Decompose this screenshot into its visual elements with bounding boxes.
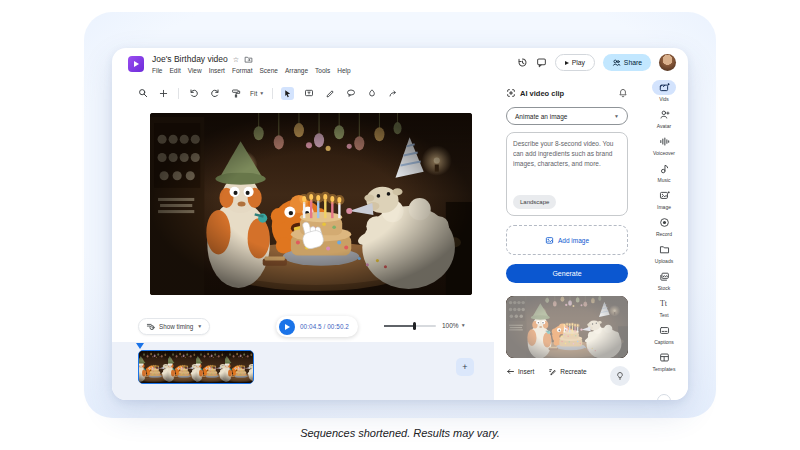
share-button[interactable]: Share [603, 54, 651, 71]
hand-cursor [295, 217, 331, 253]
timecode: 00:04.5 / 00:50.2 [300, 323, 349, 330]
menu-help[interactable]: Help [337, 67, 350, 74]
play-icon [565, 61, 569, 65]
star-icon[interactable]: ☆ [233, 56, 239, 63]
select-tool[interactable] [281, 87, 294, 100]
prompt-input[interactable] [513, 139, 621, 189]
fit-zoom-dropdown[interactable]: Fit▼ [250, 90, 264, 97]
rail-item-music[interactable]: Music [640, 161, 688, 188]
text-icon: Tt [659, 298, 670, 309]
rail-item-image[interactable]: Image [640, 188, 688, 215]
show-timing-dropdown[interactable]: Show timing ▼ [138, 318, 210, 335]
svg-text:Tt: Tt [660, 299, 668, 308]
menu-scene[interactable]: Scene [260, 67, 278, 74]
search-icon[interactable] [136, 87, 149, 100]
generate-button[interactable]: Generate [506, 264, 628, 283]
bell-icon[interactable] [618, 88, 628, 98]
menu-view[interactable]: View [188, 67, 202, 74]
text-box-tool[interactable] [302, 87, 315, 100]
highlight-tool[interactable] [365, 87, 378, 100]
recreate-button[interactable]: Recreate [548, 367, 586, 376]
recreate-label: Recreate [560, 368, 586, 375]
avatar-icon [659, 109, 670, 120]
rail-item-captions[interactable]: Captions [640, 323, 688, 350]
video-frame-puppets-birthday [150, 113, 472, 295]
people-icon [612, 58, 621, 67]
share-label: Share [624, 59, 642, 66]
menu-insert[interactable]: Insert [209, 67, 225, 74]
redo-icon[interactable] [208, 87, 221, 100]
rail-item-text[interactable]: Tt Text [640, 296, 688, 323]
ai-video-panel: AI video clip Animate an image ▼ Landsca… [494, 80, 640, 400]
rail-item-templates[interactable]: Templates [640, 350, 688, 377]
paint-format-icon[interactable] [229, 87, 242, 100]
rail-item-stock[interactable]: Stock [640, 269, 688, 296]
pen-tool[interactable] [323, 87, 336, 100]
version-history-icon[interactable] [517, 57, 528, 68]
playback-controls: Show timing ▼ 00:04.5 / 00:50.2 100%▼ [112, 314, 494, 342]
filmstrip-frame [139, 351, 168, 383]
filmstrip-frame [225, 351, 254, 383]
vids-logo[interactable] [128, 56, 144, 72]
video-canvas[interactable] [150, 113, 472, 295]
account-avatar[interactable] [659, 54, 676, 71]
suggestions-button[interactable] [610, 366, 630, 386]
recreate-icon [548, 367, 557, 376]
stock-media-icon [659, 271, 670, 282]
scene-filmstrip[interactable] [138, 350, 254, 384]
mode-label: Animate an image [515, 113, 567, 120]
timing-icon [146, 322, 155, 331]
templates-icon [659, 352, 670, 363]
play-button[interactable]: Play [555, 54, 595, 71]
rail-item-record[interactable]: Record [640, 215, 688, 242]
tool-rail: Vids Avatar Voiceover Music Image Record… [640, 80, 688, 400]
panel-title: AI video clip [520, 89, 564, 98]
music-icon [659, 163, 670, 174]
menu-format[interactable]: Format [232, 67, 253, 74]
aspect-ratio-chip[interactable]: Landscape [513, 195, 556, 209]
mode-selector-dropdown[interactable]: Animate an image ▼ [506, 107, 628, 125]
playhead-marker[interactable] [136, 343, 144, 349]
app-window: Joe's Birthday video ☆ File Edit View In… [112, 48, 688, 400]
rail-item-voiceover[interactable]: Voiceover [640, 134, 688, 161]
add-image-icon [545, 236, 554, 245]
add-scene-button[interactable]: + [456, 358, 474, 376]
menu-file[interactable]: File [152, 67, 162, 74]
undo-icon[interactable] [187, 87, 200, 100]
arrow-left-icon [506, 367, 515, 376]
zoom-slider-handle[interactable] [413, 322, 416, 330]
timeline-play-button[interactable] [279, 319, 295, 335]
insert-button[interactable]: Insert [506, 367, 534, 376]
filmstrip-frame [168, 351, 197, 383]
ai-clip-icon [506, 88, 516, 98]
zoom-level: 100% [442, 322, 459, 329]
image-icon [659, 190, 670, 201]
connector-tool[interactable] [386, 87, 399, 100]
insert-label: Insert [518, 368, 534, 375]
play-glyph [134, 61, 139, 67]
toolbar: Fit▼ [136, 84, 399, 102]
rail-item-vids[interactable]: Vids [640, 80, 688, 107]
disclaimer-caption: Sequences shortened. Results may vary. [0, 427, 800, 439]
folder-icon [659, 244, 670, 255]
rail-item-uploads[interactable]: Uploads [640, 242, 688, 269]
add-image-button[interactable]: Add image [506, 225, 628, 255]
zoom-in-icon[interactable] [157, 87, 170, 100]
menu-tools[interactable]: Tools [315, 67, 330, 74]
document-title[interactable]: Joe's Birthday video [152, 54, 228, 64]
menu-edit[interactable]: Edit [169, 67, 180, 74]
timeline-area: + [112, 342, 494, 400]
menu-arrange[interactable]: Arrange [285, 67, 308, 74]
voiceover-icon [659, 136, 670, 147]
captions-icon [659, 325, 670, 336]
add-image-label: Add image [558, 237, 589, 244]
zoom-level-dropdown[interactable]: 100%▼ [442, 322, 466, 329]
timeline-zoom-slider[interactable] [384, 325, 436, 327]
generated-preview-thumbnail[interactable] [506, 296, 628, 358]
filmstrip-frame [196, 351, 225, 383]
move-folder-icon[interactable] [244, 55, 253, 64]
rail-item-avatar[interactable]: Avatar [640, 107, 688, 134]
comment-icon[interactable] [536, 57, 547, 68]
shapes-tool[interactable] [344, 87, 357, 100]
show-timing-label: Show timing [159, 323, 193, 330]
